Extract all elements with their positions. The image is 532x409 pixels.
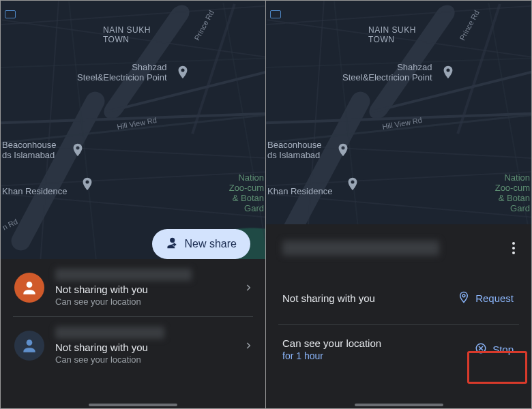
transit-icon: [5, 10, 16, 18]
request-label: Request: [475, 292, 514, 304]
contact-name-blurred: [55, 327, 164, 339]
svg-point-0: [27, 282, 33, 288]
contact-text: Not sharing with you Can see your locati…: [55, 327, 239, 365]
home-indicator: [355, 404, 443, 406]
new-share-label: New share: [185, 238, 237, 250]
contact-row[interactable]: Not sharing with you Can see your locati…: [1, 259, 265, 316]
screenshot-left: NAIN SUKH TOWN Prince Rd Shahzad Steel&E…: [0, 0, 266, 409]
contact-subline: Can see your location: [55, 354, 239, 365]
map-pin-icon[interactable]: [345, 177, 360, 192]
contact-name-blurred: [55, 269, 192, 281]
avatar: [14, 331, 44, 361]
contact-detail-sheet[interactable]: Not sharing with you Request Can see you…: [266, 224, 531, 408]
stop-button[interactable]: Stop: [469, 338, 519, 361]
map-road-label: Prince Rd: [458, 9, 481, 42]
request-button[interactable]: Request: [452, 287, 519, 309]
map-road-label: Prince Rd: [193, 9, 216, 42]
contact-email-blurred: [282, 241, 439, 256]
avatar: [14, 273, 44, 303]
map-pin-icon[interactable]: [70, 142, 85, 157]
contact-row[interactable]: Not sharing with you Can see your locati…: [1, 317, 265, 374]
contact-status: Not sharing with you: [55, 342, 239, 353]
stop-label: Stop: [492, 344, 514, 355]
sheet-header: [266, 224, 531, 272]
map-pin-icon[interactable]: [80, 177, 95, 192]
contact-text: Not sharing with you Can see your locati…: [55, 269, 239, 307]
home-indicator: [89, 404, 177, 406]
svg-point-1: [27, 339, 33, 346]
chevron-right-icon: [239, 283, 257, 292]
duration-text: for 1 hour: [282, 350, 381, 361]
transit-icon: [270, 10, 281, 18]
location-sharing-sheet[interactable]: New share Not sharing with you Can see y…: [1, 259, 265, 408]
chevron-right-icon: [239, 341, 257, 350]
sharing-status-row: Not sharing with you Request: [266, 272, 531, 324]
location-pin-icon: [458, 291, 470, 305]
map-pin-icon[interactable]: [336, 142, 351, 157]
person-add-icon: [163, 235, 178, 253]
can-see-text: Can see your location: [282, 337, 381, 349]
contact-subline: Can see your location: [55, 297, 239, 307]
contact-status: Not sharing with you: [55, 284, 239, 295]
cancel-circle-icon: [475, 342, 487, 357]
new-share-button[interactable]: New share: [152, 229, 250, 259]
more-menu-button[interactable]: [507, 237, 520, 260]
svg-point-2: [462, 294, 465, 297]
status-text: Not sharing with you: [282, 292, 375, 304]
map-pin-icon[interactable]: [175, 65, 190, 80]
map-pin-icon[interactable]: [441, 65, 456, 80]
can-see-row: Can see your location for 1 hour Stop: [266, 325, 531, 374]
screenshot-right: NAIN SUKH TOWN Prince Rd Shahzad Steel&E…: [266, 0, 532, 409]
